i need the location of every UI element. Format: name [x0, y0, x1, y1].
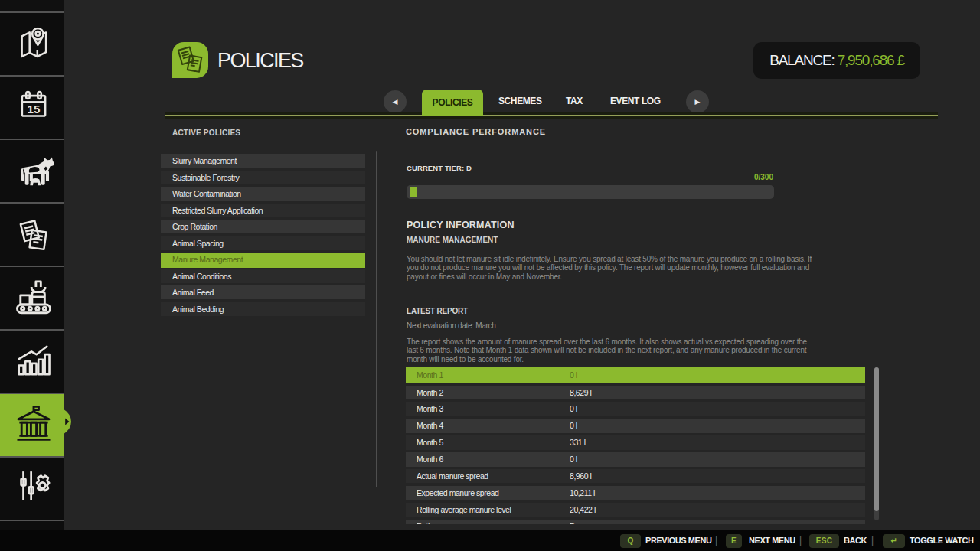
svg-text:15: 15: [27, 102, 40, 115]
